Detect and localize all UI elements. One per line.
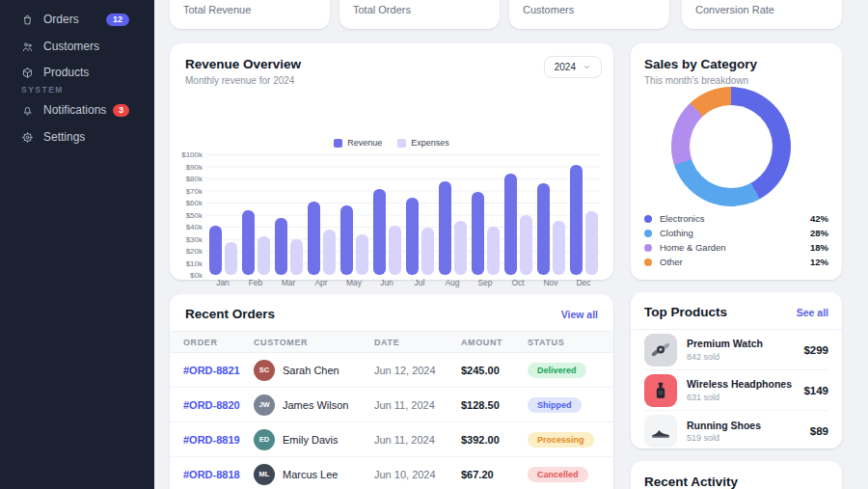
bar-group-jun — [370, 154, 403, 275]
order-id-link[interactable]: #ORD-8818 — [170, 469, 254, 480]
status-cell: Shipped — [528, 397, 613, 413]
bar-group-may — [338, 154, 370, 275]
product-sold-count: 842 sold — [687, 352, 763, 362]
status-cell: Delivered — [528, 363, 613, 378]
expenses-bar-sep[interactable] — [487, 227, 500, 275]
order-id-link[interactable]: #ORD-8821 — [170, 365, 254, 376]
top-products-card: Top Products See all Premium Watch842 so… — [631, 292, 842, 448]
top-products-list: Premium Watch842 sold$299Wireless Headph… — [631, 330, 842, 451]
product-thumbnail — [644, 374, 677, 407]
stat-card-customers: Customers — [509, 0, 669, 29]
revenue-bar-nov[interactable] — [537, 183, 550, 275]
revenue-bar-apr[interactable] — [308, 202, 320, 275]
bar-group-jul — [403, 154, 436, 275]
stat-card-total-revenue: Total Revenue — [170, 0, 330, 29]
category-legend-row: Electronics42% — [644, 211, 828, 226]
view-all-link[interactable]: View all — [561, 309, 598, 320]
status-badge: Delivered — [528, 363, 586, 378]
y-tick-label: $10k — [170, 259, 203, 268]
table-row[interactable]: #ORD-8818MLMarcus LeeJun 10, 2024$67.20C… — [170, 457, 613, 489]
avatar: SC — [254, 360, 275, 381]
revenue-bar-feb[interactable] — [242, 210, 255, 276]
category-label: Other — [660, 257, 683, 267]
revenue-bar-oct[interactable] — [504, 174, 517, 275]
expenses-bar-aug[interactable] — [454, 221, 467, 275]
customer-name: Marcus Lee — [283, 469, 338, 480]
expenses-bar-jan[interactable] — [225, 242, 237, 275]
order-date: Jun 11, 2024 — [374, 434, 461, 446]
year-select[interactable]: 2024 — [544, 56, 602, 78]
y-tick-label: $100k — [170, 150, 203, 159]
sidebar-item-products[interactable]: Products — [0, 61, 154, 84]
y-tick-label: $20k — [170, 247, 203, 256]
expenses-bar-dec[interactable] — [585, 211, 598, 275]
bar-group-jan — [206, 154, 239, 275]
stat-card-label: Total Orders — [353, 4, 411, 15]
order-date: Jun 12, 2024 — [374, 365, 461, 376]
expenses-bar-feb[interactable] — [258, 236, 270, 275]
product-sold-count: 519 sold — [687, 433, 761, 443]
revenue-bar-mar[interactable] — [275, 218, 287, 275]
product-info: Running Shoes519 sold — [687, 420, 761, 443]
order-amount: $128.50 — [461, 399, 528, 411]
category-percent: 12% — [810, 257, 828, 267]
top-products-header: Top Products See all — [631, 292, 842, 330]
sidebar-item-settings[interactable]: Settings — [0, 125, 154, 149]
product-item[interactable]: Wireless Headphones631 sold$149 — [644, 370, 828, 411]
bar-group-feb — [239, 154, 272, 275]
y-tick-label: $80k — [170, 175, 203, 183]
revenue-bar-may[interactable] — [340, 205, 353, 276]
customer-name: James Wilson — [283, 399, 348, 411]
table-row[interactable]: #ORD-8819EDEmily DavisJun 11, 2024$392.0… — [170, 422, 613, 457]
expenses-bar-nov[interactable] — [553, 221, 565, 275]
see-all-link[interactable]: See all — [797, 307, 828, 318]
order-amount: $245.00 — [461, 365, 528, 376]
bar-group-mar — [272, 154, 305, 275]
x-tick-label: Feb — [239, 278, 272, 287]
order-date: Jun 10, 2024 — [374, 469, 461, 480]
category-dot — [644, 258, 652, 266]
expenses-bar-may[interactable] — [356, 234, 368, 276]
table-row[interactable]: #ORD-8820JWJames WilsonJun 11, 2024$128.… — [170, 388, 613, 422]
x-tick-label: Nov — [534, 278, 567, 287]
order-id-link[interactable]: #ORD-8819 — [170, 434, 254, 446]
category-dot — [644, 215, 652, 223]
product-item[interactable]: Running Shoes519 sold$89 — [644, 411, 828, 451]
sidebar-item-customers[interactable]: Customers — [0, 35, 154, 58]
recent-orders-title: Recent Orders — [185, 307, 275, 321]
gear-icon — [21, 131, 34, 144]
expenses-bar-jun[interactable] — [389, 226, 401, 275]
revenue-bar-sep[interactable] — [472, 192, 484, 275]
product-price: $89 — [810, 425, 828, 437]
bar-group-dec — [567, 154, 600, 275]
revenue-bar-jun[interactable] — [373, 189, 386, 275]
revenue-bar-dec[interactable] — [570, 165, 583, 275]
sidebar-item-notifications[interactable]: Notifications3 — [0, 98, 154, 122]
product-name: Premium Watch — [687, 338, 763, 350]
column-header-status: STATUS — [528, 338, 613, 347]
table-row[interactable]: #ORD-8821SCSarah ChenJun 12, 2024$245.00… — [170, 353, 613, 388]
sidebar-badge: 3 — [113, 104, 129, 117]
product-thumbnail — [644, 415, 677, 448]
expenses-bar-mar[interactable] — [290, 239, 303, 276]
revenue-bar-aug[interactable] — [439, 181, 451, 276]
order-id-link[interactable]: #ORD-8820 — [170, 399, 254, 411]
expenses-bar-apr[interactable] — [323, 230, 336, 276]
customer-cell: SCSarah Chen — [254, 360, 374, 381]
sidebar-item-orders[interactable]: Orders12 — [0, 8, 154, 31]
y-tick-label: $70k — [170, 187, 203, 196]
revenue-bar-jul[interactable] — [406, 198, 419, 275]
category-percent: 28% — [810, 228, 828, 238]
legend-item-expenses: Expenses — [397, 138, 449, 148]
x-tick-label: Jun — [370, 278, 403, 287]
x-tick-label: Mar — [272, 278, 305, 287]
shoe-icon — [650, 421, 671, 442]
expenses-bar-oct[interactable] — [520, 215, 532, 276]
product-item[interactable]: Premium Watch842 sold$299 — [644, 330, 828, 370]
revenue-bar-jan[interactable] — [209, 226, 222, 275]
product-price: $149 — [803, 385, 828, 396]
expenses-bar-jul[interactable] — [421, 228, 434, 275]
year-select-value: 2024 — [555, 62, 576, 72]
status-badge: Shipped — [528, 397, 582, 413]
y-tick-label: $50k — [170, 211, 203, 220]
